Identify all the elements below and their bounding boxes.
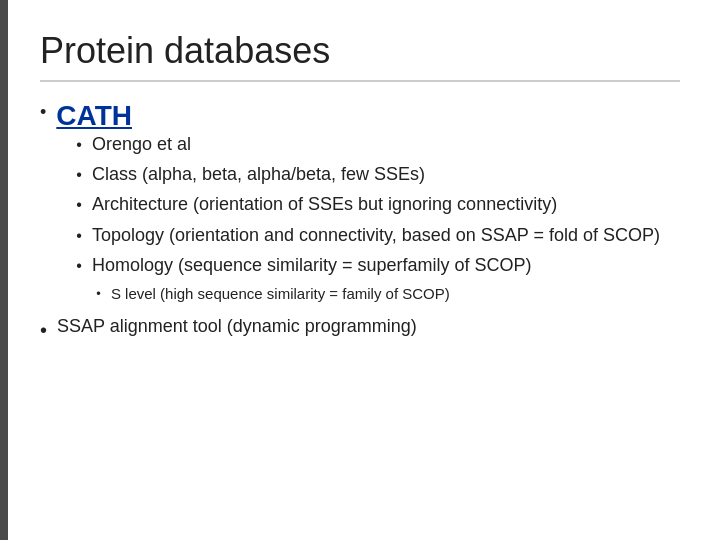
slide-content: Protein databases • CATH • Orengo et al … (40, 30, 680, 344)
list-item-cath: • CATH • Orengo et al • Class (alpha, be… (40, 100, 680, 308)
list-item-ssap: • SSAP alignment tool (dynamic programmi… (40, 314, 680, 344)
sub-item-text: Orengo et al (92, 132, 191, 157)
bullet-icon: • (76, 194, 82, 216)
bullet-icon: • (76, 164, 82, 186)
bullet-icon: • (40, 102, 46, 123)
sub-item-text: Architecture (orientation of SSEs but ig… (92, 192, 557, 217)
slide: Protein databases • CATH • Orengo et al … (0, 0, 720, 540)
bullet-icon: • (76, 225, 82, 247)
cath-sub-list: • Orengo et al • Class (alpha, beta, alp… (76, 132, 660, 278)
bullet-icon: • (40, 316, 47, 344)
bullet-icon: • (96, 285, 101, 303)
cath-sub-sub-list: • S level (high sequence similarity = fa… (96, 283, 660, 304)
list-item: • Architecture (orientation of SSEs but … (76, 192, 660, 217)
cath-link[interactable]: CATH (56, 100, 132, 131)
list-item: • S level (high sequence similarity = fa… (96, 283, 660, 304)
main-list: • CATH • Orengo et al • Class (alpha, be… (40, 100, 680, 344)
list-item: • Homology (sequence similarity = superf… (76, 253, 660, 278)
list-item: • Class (alpha, beta, alpha/beta, few SS… (76, 162, 660, 187)
list-item: • Topology (orientation and connectivity… (76, 223, 660, 248)
cath-section: CATH • Orengo et al • Class (alpha, beta… (56, 100, 660, 308)
sub-item-text: Topology (orientation and connectivity, … (92, 223, 660, 248)
ssap-item-text: SSAP alignment tool (dynamic programming… (57, 314, 417, 339)
left-border-decoration (0, 0, 8, 540)
page-title: Protein databases (40, 30, 680, 82)
sub-sub-item-text: S level (high sequence similarity = fami… (111, 283, 450, 304)
bullet-icon: • (76, 134, 82, 156)
bullet-icon: • (76, 255, 82, 277)
sub-item-text: Class (alpha, beta, alpha/beta, few SSEs… (92, 162, 425, 187)
list-item: • Orengo et al (76, 132, 660, 157)
sub-item-text: Homology (sequence similarity = superfam… (92, 253, 532, 278)
